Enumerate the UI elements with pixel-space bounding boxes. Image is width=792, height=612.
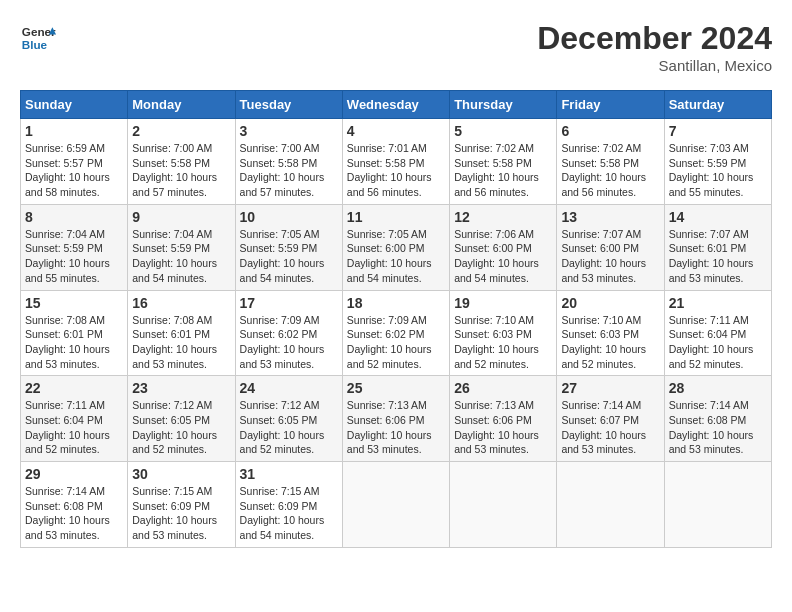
calendar-cell: 19Sunrise: 7:10 AMSunset: 6:03 PMDayligh… — [450, 290, 557, 376]
day-info: Sunrise: 7:14 AMSunset: 6:08 PMDaylight:… — [25, 484, 123, 543]
calendar-cell: 11Sunrise: 7:05 AMSunset: 6:00 PMDayligh… — [342, 204, 449, 290]
calendar-cell: 1Sunrise: 6:59 AMSunset: 5:57 PMDaylight… — [21, 119, 128, 205]
day-number: 21 — [669, 295, 767, 311]
day-info: Sunrise: 7:13 AMSunset: 6:06 PMDaylight:… — [454, 398, 552, 457]
day-info: Sunrise: 7:10 AMSunset: 6:03 PMDaylight:… — [454, 313, 552, 372]
calendar-cell: 10Sunrise: 7:05 AMSunset: 5:59 PMDayligh… — [235, 204, 342, 290]
calendar-cell: 2Sunrise: 7:00 AMSunset: 5:58 PMDaylight… — [128, 119, 235, 205]
weekday-thursday: Thursday — [450, 91, 557, 119]
day-info: Sunrise: 7:06 AMSunset: 6:00 PMDaylight:… — [454, 227, 552, 286]
day-number: 12 — [454, 209, 552, 225]
day-number: 25 — [347, 380, 445, 396]
page-header: General Blue December 2024 Santillan, Me… — [20, 20, 772, 74]
calendar-cell: 25Sunrise: 7:13 AMSunset: 6:06 PMDayligh… — [342, 376, 449, 462]
calendar-cell: 26Sunrise: 7:13 AMSunset: 6:06 PMDayligh… — [450, 376, 557, 462]
calendar-cell: 12Sunrise: 7:06 AMSunset: 6:00 PMDayligh… — [450, 204, 557, 290]
day-info: Sunrise: 7:09 AMSunset: 6:02 PMDaylight:… — [347, 313, 445, 372]
calendar-week-1: 1Sunrise: 6:59 AMSunset: 5:57 PMDaylight… — [21, 119, 772, 205]
day-number: 29 — [25, 466, 123, 482]
day-info: Sunrise: 7:03 AMSunset: 5:59 PMDaylight:… — [669, 141, 767, 200]
day-number: 18 — [347, 295, 445, 311]
day-info: Sunrise: 6:59 AMSunset: 5:57 PMDaylight:… — [25, 141, 123, 200]
day-info: Sunrise: 7:12 AMSunset: 6:05 PMDaylight:… — [240, 398, 338, 457]
calendar-cell: 15Sunrise: 7:08 AMSunset: 6:01 PMDayligh… — [21, 290, 128, 376]
weekday-sunday: Sunday — [21, 91, 128, 119]
day-number: 3 — [240, 123, 338, 139]
day-info: Sunrise: 7:01 AMSunset: 5:58 PMDaylight:… — [347, 141, 445, 200]
day-info: Sunrise: 7:10 AMSunset: 6:03 PMDaylight:… — [561, 313, 659, 372]
day-number: 10 — [240, 209, 338, 225]
calendar-cell: 31Sunrise: 7:15 AMSunset: 6:09 PMDayligh… — [235, 462, 342, 548]
day-info: Sunrise: 7:07 AMSunset: 6:00 PMDaylight:… — [561, 227, 659, 286]
day-info: Sunrise: 7:08 AMSunset: 6:01 PMDaylight:… — [25, 313, 123, 372]
day-info: Sunrise: 7:11 AMSunset: 6:04 PMDaylight:… — [25, 398, 123, 457]
weekday-saturday: Saturday — [664, 91, 771, 119]
day-number: 14 — [669, 209, 767, 225]
calendar-cell: 5Sunrise: 7:02 AMSunset: 5:58 PMDaylight… — [450, 119, 557, 205]
day-info: Sunrise: 7:04 AMSunset: 5:59 PMDaylight:… — [132, 227, 230, 286]
day-info: Sunrise: 7:07 AMSunset: 6:01 PMDaylight:… — [669, 227, 767, 286]
day-number: 28 — [669, 380, 767, 396]
day-number: 17 — [240, 295, 338, 311]
day-number: 5 — [454, 123, 552, 139]
calendar-cell: 22Sunrise: 7:11 AMSunset: 6:04 PMDayligh… — [21, 376, 128, 462]
calendar-cell: 17Sunrise: 7:09 AMSunset: 6:02 PMDayligh… — [235, 290, 342, 376]
day-number: 8 — [25, 209, 123, 225]
day-info: Sunrise: 7:00 AMSunset: 5:58 PMDaylight:… — [132, 141, 230, 200]
calendar-cell: 14Sunrise: 7:07 AMSunset: 6:01 PMDayligh… — [664, 204, 771, 290]
day-number: 11 — [347, 209, 445, 225]
day-number: 9 — [132, 209, 230, 225]
day-number: 13 — [561, 209, 659, 225]
calendar-cell: 27Sunrise: 7:14 AMSunset: 6:07 PMDayligh… — [557, 376, 664, 462]
calendar-cell: 7Sunrise: 7:03 AMSunset: 5:59 PMDaylight… — [664, 119, 771, 205]
calendar-cell: 16Sunrise: 7:08 AMSunset: 6:01 PMDayligh… — [128, 290, 235, 376]
day-number: 24 — [240, 380, 338, 396]
calendar-cell: 4Sunrise: 7:01 AMSunset: 5:58 PMDaylight… — [342, 119, 449, 205]
day-info: Sunrise: 7:14 AMSunset: 6:07 PMDaylight:… — [561, 398, 659, 457]
month-title: December 2024 — [537, 20, 772, 57]
day-number: 31 — [240, 466, 338, 482]
logo: General Blue — [20, 20, 56, 56]
weekday-header-row: SundayMondayTuesdayWednesdayThursdayFrid… — [21, 91, 772, 119]
calendar-cell — [342, 462, 449, 548]
calendar-cell: 30Sunrise: 7:15 AMSunset: 6:09 PMDayligh… — [128, 462, 235, 548]
calendar-cell: 8Sunrise: 7:04 AMSunset: 5:59 PMDaylight… — [21, 204, 128, 290]
weekday-monday: Monday — [128, 91, 235, 119]
day-info: Sunrise: 7:02 AMSunset: 5:58 PMDaylight:… — [454, 141, 552, 200]
day-info: Sunrise: 7:02 AMSunset: 5:58 PMDaylight:… — [561, 141, 659, 200]
day-info: Sunrise: 7:08 AMSunset: 6:01 PMDaylight:… — [132, 313, 230, 372]
calendar-cell — [557, 462, 664, 548]
day-number: 4 — [347, 123, 445, 139]
day-number: 23 — [132, 380, 230, 396]
calendar-cell: 20Sunrise: 7:10 AMSunset: 6:03 PMDayligh… — [557, 290, 664, 376]
day-info: Sunrise: 7:14 AMSunset: 6:08 PMDaylight:… — [669, 398, 767, 457]
calendar-week-4: 22Sunrise: 7:11 AMSunset: 6:04 PMDayligh… — [21, 376, 772, 462]
day-number: 1 — [25, 123, 123, 139]
day-number: 27 — [561, 380, 659, 396]
day-number: 16 — [132, 295, 230, 311]
calendar-body: 1Sunrise: 6:59 AMSunset: 5:57 PMDaylight… — [21, 119, 772, 548]
day-number: 20 — [561, 295, 659, 311]
day-number: 30 — [132, 466, 230, 482]
calendar-cell: 9Sunrise: 7:04 AMSunset: 5:59 PMDaylight… — [128, 204, 235, 290]
day-info: Sunrise: 7:13 AMSunset: 6:06 PMDaylight:… — [347, 398, 445, 457]
day-number: 19 — [454, 295, 552, 311]
calendar-cell: 3Sunrise: 7:00 AMSunset: 5:58 PMDaylight… — [235, 119, 342, 205]
day-info: Sunrise: 7:05 AMSunset: 5:59 PMDaylight:… — [240, 227, 338, 286]
calendar-cell — [664, 462, 771, 548]
weekday-wednesday: Wednesday — [342, 91, 449, 119]
calendar-table: SundayMondayTuesdayWednesdayThursdayFrid… — [20, 90, 772, 548]
day-number: 6 — [561, 123, 659, 139]
day-number: 15 — [25, 295, 123, 311]
title-block: December 2024 Santillan, Mexico — [537, 20, 772, 74]
calendar-cell: 28Sunrise: 7:14 AMSunset: 6:08 PMDayligh… — [664, 376, 771, 462]
location: Santillan, Mexico — [537, 57, 772, 74]
day-number: 22 — [25, 380, 123, 396]
day-info: Sunrise: 7:15 AMSunset: 6:09 PMDaylight:… — [132, 484, 230, 543]
weekday-friday: Friday — [557, 91, 664, 119]
day-info: Sunrise: 7:00 AMSunset: 5:58 PMDaylight:… — [240, 141, 338, 200]
day-number: 2 — [132, 123, 230, 139]
weekday-tuesday: Tuesday — [235, 91, 342, 119]
logo-icon: General Blue — [20, 20, 56, 56]
calendar-week-3: 15Sunrise: 7:08 AMSunset: 6:01 PMDayligh… — [21, 290, 772, 376]
